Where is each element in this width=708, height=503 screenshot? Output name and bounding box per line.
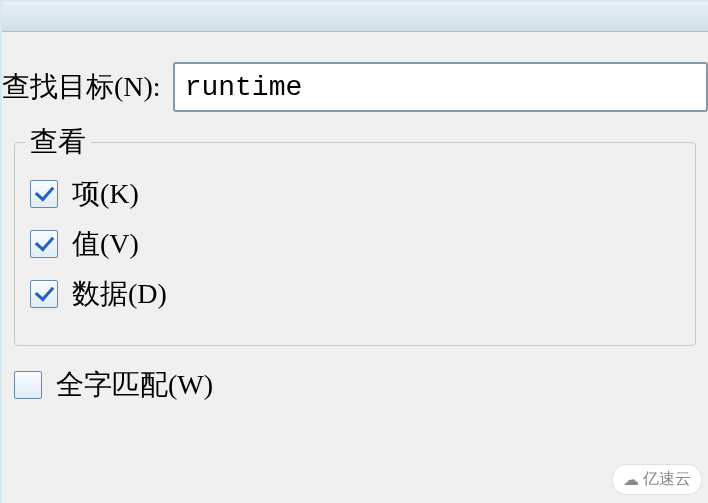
content-area: 查找目标(N): 查看 项(K) 值(V) 数据(D) 全字匹配(W)	[2, 32, 708, 404]
checkbox-values-label[interactable]: 值(V)	[72, 225, 139, 263]
checkbox-row-data: 数据(D)	[30, 275, 680, 313]
checkbox-data[interactable]	[30, 280, 58, 308]
checkbox-wholeword[interactable]	[14, 371, 42, 399]
checkbox-keys[interactable]	[30, 180, 58, 208]
checkbox-keys-label[interactable]: 项(K)	[72, 175, 139, 213]
checkbox-row-values: 值(V)	[30, 225, 680, 263]
wholeword-row: 全字匹配(W)	[14, 366, 708, 404]
checkbox-wholeword-label[interactable]: 全字匹配(W)	[56, 366, 213, 404]
view-legend: 查看	[25, 123, 91, 161]
view-groupbox: 查看 项(K) 值(V) 数据(D)	[14, 142, 696, 346]
watermark-text: 亿速云	[643, 469, 691, 490]
watermark-badge: ☁ 亿速云	[612, 464, 702, 495]
titlebar	[2, 2, 708, 32]
find-row: 查找目标(N):	[2, 52, 708, 127]
find-target-label: 查找目标(N):	[2, 68, 173, 106]
cloud-icon: ☁	[623, 470, 639, 489]
checkbox-data-label[interactable]: 数据(D)	[72, 275, 167, 313]
dialog-window: 查找目标(N): 查看 项(K) 值(V) 数据(D) 全字匹配(W) ☁	[0, 0, 708, 503]
find-target-input[interactable]	[173, 62, 708, 112]
checkbox-row-keys: 项(K)	[30, 175, 680, 213]
checkbox-values[interactable]	[30, 230, 58, 258]
